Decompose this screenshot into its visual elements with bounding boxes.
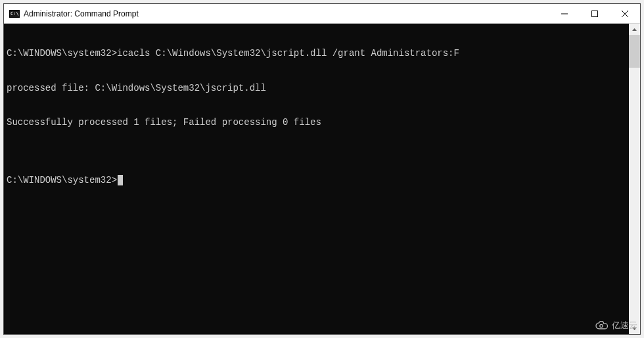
command-prompt-window: C:\ Administrator: Command Prompt [3,3,641,335]
terminal-cursor [118,175,123,185]
scrollbar-track[interactable] [629,35,640,323]
scrollbar-up-button[interactable] [629,24,640,35]
terminal-wrapper: C:\WINDOWS\system32>icacls C:\Windows\Sy… [4,24,640,334]
window-controls [549,4,640,23]
titlebar[interactable]: C:\ Administrator: Command Prompt [4,4,640,24]
app-icon: C:\ [9,9,20,19]
minimize-button[interactable] [549,4,580,23]
terminal-prompt-line: C:\WINDOWS\system32> [7,175,629,187]
maximize-icon [591,11,598,17]
vertical-scrollbar[interactable] [629,24,640,334]
terminal-output[interactable]: C:\WINDOWS\system32>icacls C:\Windows\Sy… [4,24,629,334]
terminal-line: Successfully processed 1 files; Failed p… [7,117,629,129]
close-icon [622,11,628,17]
terminal-line: C:\WINDOWS\system32>icacls C:\Windows\Sy… [7,48,629,60]
svg-rect-4 [592,11,598,16]
maximize-button[interactable] [580,4,610,23]
terminal-line: processed file: C:\Windows\System32\jscr… [7,83,629,95]
window-title: Administrator: Command Prompt [24,9,549,18]
chevron-up-icon [632,28,637,31]
svg-text:C:\: C:\ [11,11,19,16]
chevron-down-icon [632,327,637,330]
scrollbar-down-button[interactable] [629,323,640,334]
close-button[interactable] [610,4,640,23]
minimize-icon [561,11,568,17]
scrollbar-thumb[interactable] [629,35,640,68]
terminal-prompt: C:\WINDOWS\system32> [7,175,117,187]
